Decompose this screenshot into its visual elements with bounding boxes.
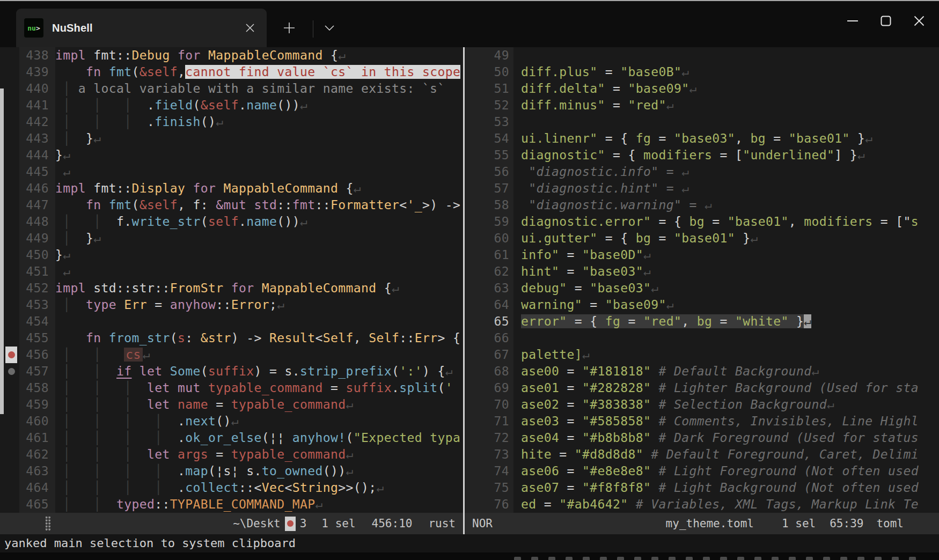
code-line[interactable]: 65error" = { fg = "red", bg = "white" }↵ <box>465 313 939 330</box>
code-text: │ │ f.write_str(self.name())↵ <box>55 213 463 230</box>
code-line[interactable]: 453 │ type Err = anyhow::Error;↵ <box>0 297 463 313</box>
line-number: 62 <box>465 263 513 280</box>
code-line[interactable]: 449 │ }↵ <box>0 230 463 247</box>
line-number: 465 <box>19 496 55 513</box>
code-text: │ }↵ <box>55 230 463 247</box>
code-line[interactable]: 73hite = "#d8d8d8" # Default Foreground,… <box>465 446 939 463</box>
diagnostic-gutter <box>0 463 19 480</box>
code-line[interactable]: 462 │ │ │ let args = typable_command↵ <box>0 446 463 463</box>
code-text: │ │ │ let name = typable_command↵ <box>55 396 463 413</box>
minimize-button[interactable] <box>836 2 869 40</box>
tab-nushell[interactable]: nu> NuShell <box>16 9 267 47</box>
code-line[interactable]: 438impl fmt::Debug for MappableCommand {… <box>0 47 463 64</box>
code-line[interactable]: 455 fn from_str(s: &str) -> Result<Self,… <box>0 330 463 347</box>
code-line[interactable]: 447 fn fmt(&self, f: &mut std::fmt::Form… <box>0 197 463 213</box>
code-line[interactable]: 63debug" = "base03"↵ <box>465 280 939 297</box>
line-number: 461 <box>19 430 55 446</box>
code-line[interactable]: 440 │ a local variable with a similar na… <box>0 80 463 97</box>
code-line[interactable]: 61info" = "base0D"↵ <box>465 247 939 263</box>
code-line[interactable]: 459 │ │ │ let name = typable_command↵ <box>0 396 463 413</box>
code-line[interactable]: 75ase07 = "#f8f8f8" # Light Background (… <box>465 480 939 496</box>
editor-pane-rust[interactable]: 438impl fmt::Debug for MappableCommand {… <box>0 47 463 513</box>
code-line[interactable]: 70ase02 = "#383838" # Selection Backgrou… <box>465 396 939 413</box>
code-line[interactable]: 72ase04 = "#b8b8b8" # Dark Foreground (U… <box>465 430 939 446</box>
code-line[interactable]: 452impl std::str::FromStr for MappableCo… <box>0 280 463 297</box>
tab-close-icon[interactable] <box>242 20 258 36</box>
code-text: diagnostic.error" = { bg = "base01", mod… <box>521 213 939 230</box>
code-line[interactable]: 446impl fmt::Display for MappableCommand… <box>0 180 463 197</box>
line-number: 458 <box>19 380 55 396</box>
code-line[interactable]: 49 <box>465 47 939 64</box>
code-line[interactable]: 64warning" = "base09"↵ <box>465 297 939 313</box>
line-number: 53 <box>465 114 513 130</box>
code-text: ed = "#ab4642" # Variables, XML Tags, Ma… <box>521 496 939 513</box>
code-text: }↵ <box>55 247 463 263</box>
code-text: │ │ │ │ .ok_or_else(¦¦ anyhow!("Expected… <box>55 430 463 446</box>
line-number: 56 <box>465 164 513 180</box>
code-line[interactable]: 56 "diagnostic.info" = ↵ <box>465 164 939 180</box>
code-line[interactable]: 451 ↵ <box>0 263 463 280</box>
code-line[interactable]: 460 │ │ │ │ .next()↵ <box>0 413 463 430</box>
code-line[interactable]: 450}↵ <box>0 247 463 263</box>
maximize-button[interactable] <box>869 2 903 40</box>
selection-count: 1 sel <box>321 517 355 530</box>
statusline-row: ~\Deskt 3 1 sel 456:10 rust NOR my_theme… <box>0 513 939 534</box>
code-text <box>521 330 939 347</box>
code-line[interactable]: 59diagnostic.error" = { bg = "base01", m… <box>465 213 939 230</box>
code-line[interactable]: 62hint" = "base03"↵ <box>465 263 939 280</box>
code-line[interactable]: 74ase06 = "#e8e8e8" # Light Foreground (… <box>465 463 939 480</box>
code-line[interactable]: 458 │ │ │ let mut typable_command = suff… <box>0 380 463 396</box>
code-line[interactable]: 454 <box>0 313 463 330</box>
code-text: ase01 = "#282828" # Lighter Background (… <box>521 380 939 396</box>
code-line[interactable]: 444}↵ <box>0 147 463 164</box>
editor-pane-toml[interactable]: 4950diff.plus" = "base0B"↵51diff.delta" … <box>465 47 939 513</box>
code-line[interactable]: 445 ↵ <box>0 164 463 180</box>
code-text: ↵ <box>55 263 463 280</box>
code-line[interactable]: 71ase03 = "#585858" # Comments, Invisibl… <box>465 413 939 430</box>
code-text: │ │ │ let args = typable_command↵ <box>55 446 463 463</box>
code-line[interactable]: 51diff.delta" = "base09"↵ <box>465 80 939 97</box>
code-line[interactable]: 54ui.linenr" = { fg = "base03", bg = "ba… <box>465 130 939 147</box>
code-line[interactable]: 443 │ }↵ <box>0 130 463 147</box>
code-line[interactable]: 442 │ │ │ .finish()↵ <box>0 114 463 130</box>
code-line[interactable]: 67palette]↵ <box>465 347 939 363</box>
code-line[interactable]: 464 │ │ │ │ .collect::<Vec<String>>();↵ <box>0 480 463 496</box>
code-line[interactable]: 69ase01 = "#282828" # Lighter Background… <box>465 380 939 396</box>
code-line[interactable]: 448 │ │ f.write_str(self.name())↵ <box>0 213 463 230</box>
line-number: 460 <box>19 413 55 430</box>
code-line[interactable]: 439 fn fmt(&self,cannot find value `cs` … <box>0 64 463 80</box>
diagnostic-gutter <box>0 413 19 430</box>
code-line[interactable]: 66 <box>465 330 939 347</box>
diagnostic-gutter <box>0 64 19 80</box>
file-name: my_theme.toml <box>666 517 754 530</box>
line-number: 459 <box>19 396 55 413</box>
close-button[interactable] <box>903 2 936 40</box>
code-line[interactable]: 68ase00 = "#181818" # Default Background… <box>465 363 939 380</box>
code-line[interactable]: 55diagnostic" = { modifiers = ["underlin… <box>465 147 939 164</box>
tab-dropdown-button[interactable] <box>318 9 341 47</box>
code-line[interactable]: 465 │ │ typed::TYPABLE_COMMAND_MAP↵ <box>0 496 463 513</box>
code-text: ase00 = "#181818" # Default Background↵ <box>521 363 939 380</box>
code-line[interactable]: 50diff.plus" = "base0B"↵ <box>465 64 939 80</box>
code-line[interactable]: 58 "diagnostic.warning" = ↵ <box>465 197 939 213</box>
code-text: impl fmt::Display for MappableCommand {↵ <box>55 180 463 197</box>
code-line[interactable]: 463 │ │ │ │ .map(¦s¦ s.to_owned())↵ <box>0 463 463 480</box>
code-line[interactable]: 76ed = "#ab4642" # Variables, XML Tags, … <box>465 496 939 513</box>
new-tab-button[interactable] <box>278 9 300 47</box>
code-text: │ │ typed::TYPABLE_COMMAND_MAP↵ <box>55 496 463 513</box>
code-line[interactable]: 441 │ │ │ .field(&self.name())↵ <box>0 97 463 114</box>
titlebar-separator <box>313 20 313 38</box>
code-text: fn fmt(&self, f: &mut std::fmt::Formatte… <box>55 197 463 213</box>
line-number: 71 <box>465 413 513 430</box>
code-line[interactable]: 461 │ │ │ │ .ok_or_else(¦¦ anyhow!("Expe… <box>0 430 463 446</box>
code-line[interactable]: 57 "diagnostic.hint" = ↵ <box>465 180 939 197</box>
code-line[interactable]: 52diff.minus" = "red"↵ <box>465 97 939 114</box>
code-text: │ type Err = anyhow::Error;↵ <box>55 297 463 313</box>
code-line[interactable]: 60ui.gutter" = { bg = "base01" }↵ <box>465 230 939 247</box>
code-line[interactable]: 53 <box>465 114 939 130</box>
code-line[interactable]: 456 │ │ cs↵ <box>0 347 463 363</box>
line-number: 438 <box>19 47 55 64</box>
cursor-position: 456:10 <box>372 517 413 530</box>
code-text: fn fmt(&self,cannot find value `cs` in t… <box>55 64 463 80</box>
code-line[interactable]: 457 │ │ if let Some(suffix) = s.strip_pr… <box>0 363 463 380</box>
